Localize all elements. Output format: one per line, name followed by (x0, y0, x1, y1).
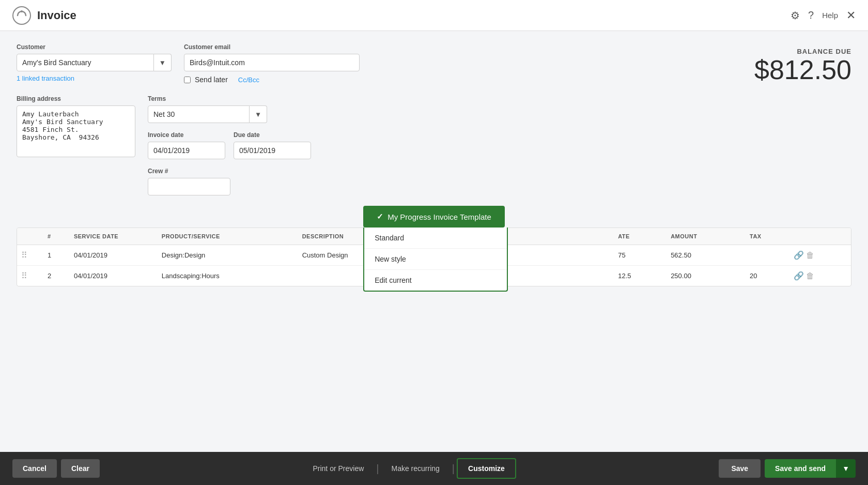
gear-icon: ⚙ (791, 10, 800, 21)
help-button[interactable]: ? (808, 9, 814, 21)
row-spacer-cell (561, 245, 614, 266)
header-left: Invoice (12, 6, 76, 25)
main-content: Customer ▼ 1 linked transaction Customer… (0, 31, 868, 452)
billing-row: Billing address Amy Lauterbach Amy's Bir… (17, 95, 851, 195)
billing-address-input[interactable]: Amy Lauterbach Amy's Bird Sanctuary 4581… (17, 105, 135, 157)
invoice-date-input[interactable] (148, 142, 225, 159)
linked-transaction-link[interactable]: 1 linked transaction (17, 74, 172, 82)
row-product-cell: Landscaping:Hours (158, 266, 298, 286)
due-date-label: Due date (234, 131, 311, 139)
send-later-row: Send later Cc/Bcc (184, 75, 360, 84)
link-icon[interactable]: 🔗 (794, 251, 804, 260)
right-form-group: Terms ▼ Invoice date Due date (148, 95, 311, 195)
row-num-cell: 2 (43, 266, 70, 286)
terms-label: Terms (148, 95, 230, 102)
row-date-cell: 04/01/2019 (70, 245, 158, 266)
crew-label: Crew # (148, 168, 230, 175)
page-title: Invoice (37, 9, 76, 22)
col-num: # (43, 228, 70, 245)
template-dropdown-container: ✓ My Progress Invoice Template Standard … (363, 206, 505, 228)
edit-current-label: Edit current (375, 276, 412, 284)
col-spacer (561, 228, 614, 245)
drag-handle-cell: ⠿ (17, 245, 43, 266)
question-icon: ? (808, 9, 814, 21)
email-label: Customer email (184, 43, 360, 51)
crew-input[interactable] (148, 178, 230, 195)
template-menu: Standard New style Edit current (363, 228, 508, 292)
template-selected-label: My Progress Invoice Template (388, 213, 491, 221)
col-service-date: SERVICE DATE (70, 228, 158, 245)
trash-icon[interactable]: 🗑 (806, 251, 814, 260)
row-rate-cell: 12.5 (614, 266, 667, 286)
customer-email-row: Customer ▼ 1 linked transaction Customer… (17, 43, 851, 85)
header-right: ⚙ ? Help ✕ (791, 9, 856, 22)
col-product: PRODUCT/SERVICE (158, 228, 298, 245)
date-fields-row: Invoice date Due date (148, 131, 311, 159)
row-date-cell: 04/01/2019 (70, 266, 158, 286)
drag-handle-icon[interactable]: ⠿ (21, 271, 27, 280)
col-tax: TAX (746, 228, 789, 245)
customer-select-wrapper: ▼ (17, 54, 172, 71)
invoice-date-label: Invoice date (148, 131, 225, 139)
cc-bcc-link[interactable]: Cc/Bcc (238, 76, 259, 84)
row-rate-cell: 75 (614, 245, 667, 266)
email-group: Customer email Send later Cc/Bcc (184, 43, 360, 84)
due-date-group: Due date (234, 131, 311, 159)
link-icon[interactable]: 🔗 (794, 271, 804, 280)
col-drag (17, 228, 43, 245)
balance-due-section: BALANCE DUE $812.50 (754, 43, 851, 85)
row-product-cell: Design:Design (158, 245, 298, 266)
balance-due-amount: $812.50 (754, 55, 851, 85)
svg-point-0 (13, 7, 30, 24)
svg-point-1 (21, 10, 23, 12)
send-later-label: Send later (195, 75, 228, 84)
chevron-down-icon: ▼ (255, 111, 261, 118)
row-actions-cell: 🔗 🗑 (789, 245, 851, 266)
customer-dropdown-button[interactable]: ▼ (154, 54, 172, 71)
trash-icon[interactable]: 🗑 (806, 271, 814, 280)
template-menu-item-new-style[interactable]: New style (364, 249, 507, 270)
crew-group: Crew # (148, 168, 230, 195)
row-tax-cell (746, 245, 789, 266)
row-actions-cell: 🔗 🗑 (789, 266, 851, 286)
row-num-cell: 1 (43, 245, 70, 266)
template-selected-button[interactable]: ✓ My Progress Invoice Template (363, 206, 505, 228)
terms-group: Terms ▼ (148, 95, 230, 123)
template-menu-item-standard[interactable]: Standard (364, 228, 507, 249)
help-label: Help (822, 11, 838, 20)
drag-handle-cell: ⠿ (17, 266, 43, 286)
terms-select-wrapper: ▼ (148, 105, 230, 123)
drag-handle-icon[interactable]: ⠿ (21, 251, 27, 260)
invoice-date-group: Invoice date (148, 131, 225, 159)
col-rate: ATE (614, 228, 667, 245)
billing-address-label: Billing address (17, 95, 135, 102)
close-button[interactable]: ✕ (846, 9, 856, 22)
customer-group: Customer ▼ 1 linked transaction (17, 43, 172, 82)
row-amount-cell: 250.00 (667, 266, 746, 286)
col-actions (789, 228, 851, 245)
due-date-input[interactable] (234, 142, 311, 159)
terms-dropdown-button[interactable]: ▼ (250, 105, 267, 123)
template-section: ✓ My Progress Invoice Template Standard … (17, 206, 851, 228)
col-amount: AMOUNT (667, 228, 746, 245)
customer-input[interactable] (17, 54, 154, 71)
row-tax-cell: 20 (746, 266, 789, 286)
chevron-down-icon: ▼ (159, 59, 166, 67)
standard-label: Standard (375, 234, 404, 242)
row-spacer-cell (561, 266, 614, 286)
quickbooks-icon (12, 6, 31, 25)
balance-due-label: BALANCE DUE (754, 48, 851, 55)
header: Invoice ⚙ ? Help ✕ (0, 0, 868, 31)
terms-input[interactable] (148, 105, 250, 123)
row-amount-cell: 562.50 (667, 245, 746, 266)
customer-label: Customer (17, 43, 172, 51)
close-icon: ✕ (846, 9, 856, 22)
send-later-checkbox[interactable] (184, 77, 191, 83)
checkmark-icon: ✓ (377, 212, 383, 221)
email-input[interactable] (184, 54, 360, 71)
settings-button[interactable]: ⚙ (791, 9, 800, 22)
new-style-label: New style (375, 255, 406, 263)
template-menu-item-edit-current[interactable]: Edit current (364, 270, 507, 291)
billing-group: Billing address Amy Lauterbach Amy's Bir… (17, 95, 135, 157)
